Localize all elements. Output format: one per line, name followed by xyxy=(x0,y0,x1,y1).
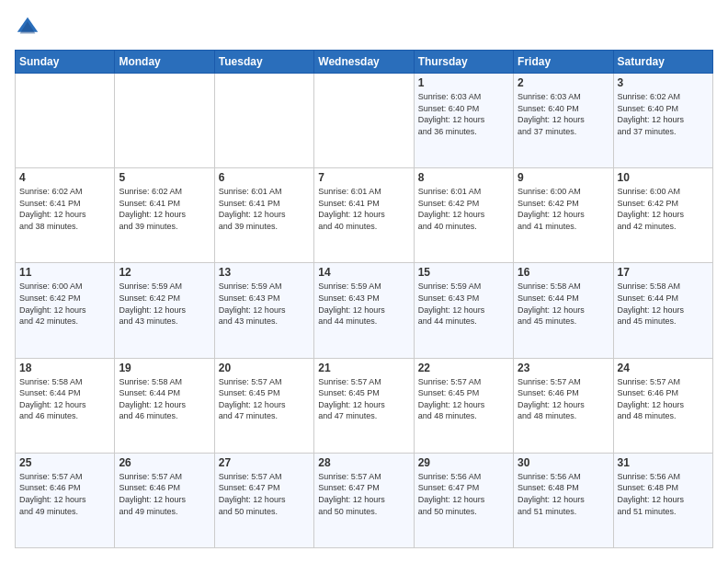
day-number: 21 xyxy=(318,362,409,374)
day-cell: 17Sunrise: 5:58 AM Sunset: 6:44 PM Dayli… xyxy=(613,263,712,358)
week-row-2: 4Sunrise: 6:02 AM Sunset: 6:41 PM Daylig… xyxy=(16,168,713,263)
day-number: 29 xyxy=(418,456,509,469)
day-cell: 8Sunrise: 6:01 AM Sunset: 6:42 PM Daylig… xyxy=(414,168,513,263)
header-day-monday: Monday xyxy=(115,51,214,74)
day-number: 28 xyxy=(318,456,409,469)
day-number: 10 xyxy=(618,171,709,184)
day-cell: 4Sunrise: 6:02 AM Sunset: 6:41 PM Daylig… xyxy=(16,168,115,263)
day-number: 17 xyxy=(618,266,709,279)
day-number: 4 xyxy=(19,171,110,184)
day-info: Sunrise: 5:59 AM Sunset: 6:43 PM Dayligh… xyxy=(318,281,409,327)
day-info: Sunrise: 6:01 AM Sunset: 6:42 PM Dayligh… xyxy=(418,186,509,232)
day-info: Sunrise: 5:56 AM Sunset: 6:48 PM Dayligh… xyxy=(618,471,709,517)
day-cell: 19Sunrise: 5:58 AM Sunset: 6:44 PM Dayli… xyxy=(115,358,214,453)
day-cell: 9Sunrise: 6:00 AM Sunset: 6:42 PM Daylig… xyxy=(514,168,613,263)
calendar: SundayMondayTuesdayWednesdayThursdayFrid… xyxy=(15,50,713,548)
day-number: 22 xyxy=(418,362,509,374)
day-number: 25 xyxy=(19,456,110,469)
day-cell: 7Sunrise: 6:01 AM Sunset: 6:41 PM Daylig… xyxy=(314,168,414,263)
day-number: 12 xyxy=(119,266,210,279)
day-cell: 25Sunrise: 5:57 AM Sunset: 6:46 PM Dayli… xyxy=(16,453,115,547)
day-info: Sunrise: 6:03 AM Sunset: 6:40 PM Dayligh… xyxy=(418,91,509,137)
day-cell: 23Sunrise: 5:57 AM Sunset: 6:46 PM Dayli… xyxy=(514,358,613,453)
day-cell: 26Sunrise: 5:57 AM Sunset: 6:46 PM Dayli… xyxy=(115,453,214,547)
day-info: Sunrise: 6:02 AM Sunset: 6:41 PM Dayligh… xyxy=(19,186,110,232)
day-number: 14 xyxy=(318,266,409,279)
day-info: Sunrise: 5:58 AM Sunset: 6:44 PM Dayligh… xyxy=(618,281,709,327)
day-cell: 24Sunrise: 5:57 AM Sunset: 6:46 PM Dayli… xyxy=(613,358,712,453)
day-number: 30 xyxy=(518,456,609,469)
day-number: 23 xyxy=(518,362,609,374)
day-number: 13 xyxy=(219,266,310,279)
day-cell: 2Sunrise: 6:03 AM Sunset: 6:40 PM Daylig… xyxy=(514,74,613,168)
day-cell: 18Sunrise: 5:58 AM Sunset: 6:44 PM Dayli… xyxy=(16,358,115,453)
day-cell: 1Sunrise: 6:03 AM Sunset: 6:40 PM Daylig… xyxy=(414,74,513,168)
day-info: Sunrise: 5:56 AM Sunset: 6:47 PM Dayligh… xyxy=(418,471,509,517)
day-info: Sunrise: 6:00 AM Sunset: 6:42 PM Dayligh… xyxy=(518,186,609,232)
header-row: SundayMondayTuesdayWednesdayThursdayFrid… xyxy=(16,51,713,74)
header-day-friday: Friday xyxy=(514,51,613,74)
day-info: Sunrise: 5:59 AM Sunset: 6:42 PM Dayligh… xyxy=(119,281,210,327)
day-cell xyxy=(314,74,414,168)
day-number: 20 xyxy=(219,362,310,374)
calendar-body: 1Sunrise: 6:03 AM Sunset: 6:40 PM Daylig… xyxy=(16,74,713,548)
day-cell: 31Sunrise: 5:56 AM Sunset: 6:48 PM Dayli… xyxy=(613,453,712,547)
day-info: Sunrise: 6:02 AM Sunset: 6:40 PM Dayligh… xyxy=(618,91,709,137)
day-cell: 20Sunrise: 5:57 AM Sunset: 6:45 PM Dayli… xyxy=(214,358,313,453)
day-cell: 15Sunrise: 5:59 AM Sunset: 6:43 PM Dayli… xyxy=(414,263,513,358)
day-number: 9 xyxy=(518,171,609,184)
day-cell xyxy=(214,74,313,168)
header-day-wednesday: Wednesday xyxy=(314,51,414,74)
day-info: Sunrise: 5:58 AM Sunset: 6:44 PM Dayligh… xyxy=(19,376,110,422)
day-cell: 10Sunrise: 6:00 AM Sunset: 6:42 PM Dayli… xyxy=(613,168,712,263)
day-info: Sunrise: 5:57 AM Sunset: 6:46 PM Dayligh… xyxy=(119,471,210,517)
day-number: 5 xyxy=(119,171,210,184)
day-info: Sunrise: 5:57 AM Sunset: 6:45 PM Dayligh… xyxy=(219,376,310,422)
day-cell: 3Sunrise: 6:02 AM Sunset: 6:40 PM Daylig… xyxy=(613,74,712,168)
day-cell: 14Sunrise: 5:59 AM Sunset: 6:43 PM Dayli… xyxy=(314,263,414,358)
day-number: 26 xyxy=(119,456,210,469)
day-info: Sunrise: 5:58 AM Sunset: 6:44 PM Dayligh… xyxy=(518,281,609,327)
day-number: 11 xyxy=(19,266,110,279)
logo-icon xyxy=(15,15,40,40)
day-info: Sunrise: 5:57 AM Sunset: 6:46 PM Dayligh… xyxy=(19,471,110,517)
day-info: Sunrise: 6:01 AM Sunset: 6:41 PM Dayligh… xyxy=(318,186,409,232)
day-info: Sunrise: 5:57 AM Sunset: 6:45 PM Dayligh… xyxy=(318,376,409,422)
page: SundayMondayTuesdayWednesdayThursdayFrid… xyxy=(0,0,728,563)
header-day-sunday: Sunday xyxy=(16,51,115,74)
day-info: Sunrise: 6:00 AM Sunset: 6:42 PM Dayligh… xyxy=(618,186,709,232)
day-number: 7 xyxy=(318,171,409,184)
calendar-header: SundayMondayTuesdayWednesdayThursdayFrid… xyxy=(16,51,713,74)
header-day-tuesday: Tuesday xyxy=(214,51,313,74)
logo xyxy=(15,15,44,40)
day-number: 19 xyxy=(119,362,210,374)
day-cell: 5Sunrise: 6:02 AM Sunset: 6:41 PM Daylig… xyxy=(115,168,214,263)
day-cell: 12Sunrise: 5:59 AM Sunset: 6:42 PM Dayli… xyxy=(115,263,214,358)
day-info: Sunrise: 5:59 AM Sunset: 6:43 PM Dayligh… xyxy=(418,281,509,327)
header-day-saturday: Saturday xyxy=(613,51,712,74)
day-number: 27 xyxy=(219,456,310,469)
day-cell: 29Sunrise: 5:56 AM Sunset: 6:47 PM Dayli… xyxy=(414,453,513,547)
day-cell: 28Sunrise: 5:57 AM Sunset: 6:47 PM Dayli… xyxy=(314,453,414,547)
day-number: 24 xyxy=(618,362,709,374)
day-cell: 30Sunrise: 5:56 AM Sunset: 6:48 PM Dayli… xyxy=(514,453,613,547)
day-info: Sunrise: 5:57 AM Sunset: 6:46 PM Dayligh… xyxy=(618,376,709,422)
day-info: Sunrise: 6:01 AM Sunset: 6:41 PM Dayligh… xyxy=(219,186,310,232)
day-cell: 21Sunrise: 5:57 AM Sunset: 6:45 PM Dayli… xyxy=(314,358,414,453)
day-cell: 27Sunrise: 5:57 AM Sunset: 6:47 PM Dayli… xyxy=(214,453,313,547)
day-number: 18 xyxy=(19,362,110,374)
week-row-3: 11Sunrise: 6:00 AM Sunset: 6:42 PM Dayli… xyxy=(16,263,713,358)
day-cell: 6Sunrise: 6:01 AM Sunset: 6:41 PM Daylig… xyxy=(214,168,313,263)
day-cell: 11Sunrise: 6:00 AM Sunset: 6:42 PM Dayli… xyxy=(16,263,115,358)
week-row-4: 18Sunrise: 5:58 AM Sunset: 6:44 PM Dayli… xyxy=(16,358,713,453)
day-number: 16 xyxy=(518,266,609,279)
day-cell: 22Sunrise: 5:57 AM Sunset: 6:45 PM Dayli… xyxy=(414,358,513,453)
day-info: Sunrise: 6:03 AM Sunset: 6:40 PM Dayligh… xyxy=(518,91,609,137)
day-info: Sunrise: 5:56 AM Sunset: 6:48 PM Dayligh… xyxy=(518,471,609,517)
day-info: Sunrise: 5:58 AM Sunset: 6:44 PM Dayligh… xyxy=(119,376,210,422)
day-info: Sunrise: 6:02 AM Sunset: 6:41 PM Dayligh… xyxy=(119,186,210,232)
day-cell: 16Sunrise: 5:58 AM Sunset: 6:44 PM Dayli… xyxy=(514,263,613,358)
day-info: Sunrise: 5:57 AM Sunset: 6:45 PM Dayligh… xyxy=(418,376,509,422)
day-number: 31 xyxy=(618,456,709,469)
week-row-1: 1Sunrise: 6:03 AM Sunset: 6:40 PM Daylig… xyxy=(16,74,713,168)
